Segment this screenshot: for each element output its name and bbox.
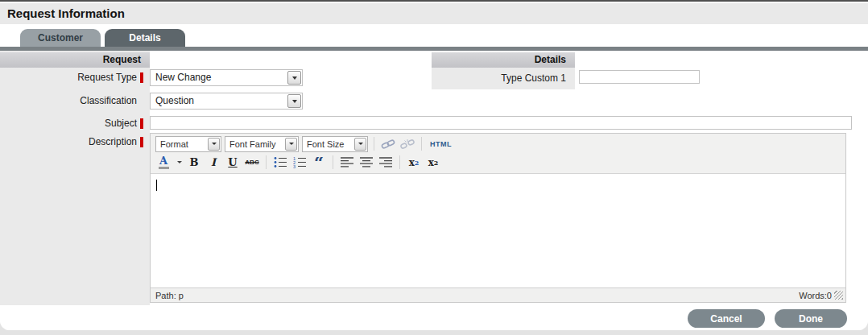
label-column-background xyxy=(0,51,150,305)
classification-label: Classification xyxy=(0,94,150,107)
type-custom-1-label: Type Custom 1 xyxy=(432,68,575,89)
superscript-icon[interactable]: x2 xyxy=(425,155,441,171)
toolbar-separator xyxy=(266,155,267,169)
chevron-down-icon[interactable] xyxy=(208,138,220,151)
editor-status-bar: Path: p Words:0 xyxy=(151,287,845,302)
chevron-down-icon[interactable] xyxy=(287,71,301,85)
request-type-selected-value: New Change xyxy=(151,70,287,85)
done-button[interactable]: Done xyxy=(775,309,847,328)
toolbar-separator xyxy=(399,155,400,169)
subscript-icon[interactable]: x2 xyxy=(406,155,422,171)
section-header-request: Request xyxy=(0,52,150,68)
type-custom-1-input[interactable] xyxy=(579,70,700,84)
strikethrough-icon[interactable]: ABC xyxy=(244,155,260,171)
subject-input[interactable] xyxy=(150,116,852,130)
align-center-icon[interactable] xyxy=(358,155,374,171)
request-form: Request Details Request Type New Change … xyxy=(0,51,868,305)
chevron-down-icon[interactable] xyxy=(287,94,301,108)
editor-toolbar-row-1: Format Font Family Font Size xyxy=(151,134,845,154)
footer-action-bar: Cancel Done xyxy=(0,305,868,330)
chevron-down-icon[interactable] xyxy=(354,138,366,151)
editor-content-area[interactable] xyxy=(151,173,845,287)
format-select[interactable]: Format xyxy=(155,136,221,152)
cancel-button[interactable]: Cancel xyxy=(688,309,765,328)
font-family-select[interactable]: Font Family xyxy=(225,136,299,152)
editor-word-count: Words:0 xyxy=(799,291,832,300)
html-source-button[interactable]: HTML xyxy=(428,136,454,152)
toolbar-separator xyxy=(421,137,422,151)
insert-link-icon[interactable] xyxy=(380,136,396,152)
font-size-select[interactable]: Font Size xyxy=(302,136,368,152)
description-rich-text-editor: Format Font Family Font Size xyxy=(150,133,846,303)
editor-resize-handle[interactable] xyxy=(834,291,843,300)
svg-text:3: 3 xyxy=(293,164,296,169)
chevron-down-icon[interactable] xyxy=(285,138,297,151)
classification-select[interactable]: Question xyxy=(150,93,303,110)
unordered-list-icon[interactable] xyxy=(272,155,288,171)
section-header-details: Details xyxy=(432,52,575,68)
editor-toolbar-row-2: A B I U ABC xyxy=(151,154,845,173)
required-marker xyxy=(140,118,143,129)
page-title: Request Information xyxy=(0,3,868,24)
font-color-icon[interactable]: A xyxy=(155,155,172,171)
ordered-list-icon[interactable]: 123 xyxy=(291,155,308,171)
request-information-card: Request Information Customer Details Req… xyxy=(0,0,868,330)
toolbar-separator xyxy=(333,155,333,169)
editor-caret xyxy=(156,180,157,191)
italic-icon[interactable]: I xyxy=(205,155,221,171)
font-color-dropdown-icon[interactable] xyxy=(175,155,183,171)
tab-customer[interactable]: Customer xyxy=(20,29,101,47)
subject-label: Subject xyxy=(0,117,150,130)
editor-path-status: Path: p xyxy=(155,291,184,300)
underline-icon[interactable]: U xyxy=(225,155,241,171)
align-left-icon[interactable] xyxy=(339,155,355,171)
request-type-label: Request Type xyxy=(0,71,150,84)
description-label: Description xyxy=(0,135,150,148)
request-type-select[interactable]: New Change xyxy=(150,69,303,86)
remove-link-icon[interactable] xyxy=(399,136,415,152)
request-information-window: Request Information Customer Details Req… xyxy=(0,0,868,335)
align-right-icon[interactable] xyxy=(378,155,394,171)
required-marker xyxy=(140,72,143,83)
toolbar-separator xyxy=(374,137,374,151)
blockquote-icon[interactable]: “ xyxy=(311,157,327,168)
bold-icon[interactable]: B xyxy=(186,155,202,171)
tab-details[interactable]: Details xyxy=(105,29,185,47)
required-marker xyxy=(140,137,143,147)
classification-selected-value: Question xyxy=(151,93,287,109)
